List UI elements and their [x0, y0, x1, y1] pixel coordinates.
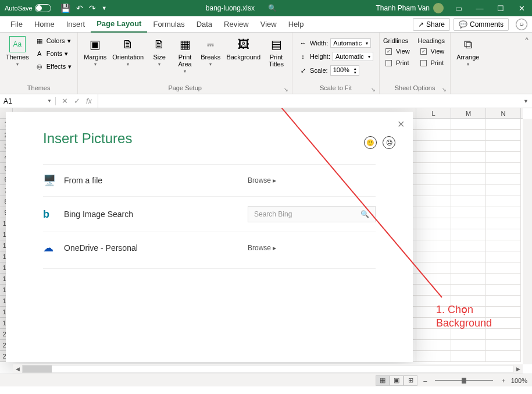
column-header-m[interactable]: M [451, 108, 486, 118]
gridlines-header: Gridlines [383, 37, 412, 44]
scale-launcher[interactable]: ↘ [371, 87, 376, 93]
collapse-ribbon-icon[interactable]: ^ [522, 33, 532, 94]
fonts-icon: A [35, 49, 44, 58]
comments-button[interactable]: 💬 Comments [454, 18, 509, 31]
tab-file[interactable]: File [5, 16, 28, 33]
from-file-row[interactable]: 🖥️ From a file Browse ▸ [43, 164, 376, 196]
scroll-left-icon[interactable]: ◀ [13, 366, 22, 372]
page-setup-group-label: Page Setup↘ [81, 83, 288, 94]
sad-face-icon[interactable]: ☹ [383, 136, 395, 149]
zoom-in-icon[interactable]: + [501, 377, 505, 384]
headings-view-checkbox[interactable]: View [418, 47, 447, 56]
autosave-toggle[interactable]: AutoSave [0, 4, 56, 12]
share-button[interactable]: ↗ Share [413, 18, 450, 31]
background-icon: 🖼 [235, 36, 252, 52]
themes-button[interactable]: Aa Themes ▾ [3, 35, 31, 68]
tab-home[interactable]: Home [28, 16, 60, 33]
scale-icon: ⤢ [298, 66, 308, 75]
sheet-options-label: Sheet Options↘ [383, 83, 447, 94]
zoom-out-icon[interactable]: – [423, 377, 427, 384]
search-icon[interactable]: 🔍 [268, 4, 277, 12]
cancel-formula-icon[interactable]: ✕ [62, 97, 68, 105]
minimize-icon[interactable]: — [469, 0, 490, 16]
save-icon[interactable]: 💾 [60, 3, 70, 13]
normal-view-icon[interactable]: ▦ [376, 375, 390, 386]
scale-spinner[interactable]: 100%▴▾ [330, 65, 359, 76]
checkbox-checked-icon [385, 48, 392, 55]
onedrive-row[interactable]: ☁ OneDrive - Personal Browse ▸ [43, 232, 376, 264]
expand-formula-icon[interactable]: ▼ [520, 98, 532, 104]
bing-row[interactable]: b Bing Image Search Search Bing 🔍 [43, 196, 376, 232]
size-button[interactable]: 🗎Size▾ [147, 35, 172, 68]
horizontal-scrollbar[interactable]: ◀ ▶ [13, 364, 523, 374]
from-file-label: From a file [64, 176, 248, 185]
undo-icon[interactable]: ↶ [76, 3, 83, 13]
enter-formula-icon[interactable]: ✓ [74, 97, 80, 105]
zoom-level[interactable]: 100% [511, 377, 527, 384]
browse-link[interactable]: Browse ▸ [248, 176, 376, 184]
redo-icon[interactable]: ↷ [89, 3, 96, 13]
breaks-button[interactable]: ⎓Breaks▾ [198, 35, 223, 68]
scale-to-fit-group: ↔Width:Automatic▾ ↕Height:Automatic▾ ⤢Sc… [292, 33, 380, 94]
formula-bar: A1▼ ✕ ✓ fx ▼ [0, 94, 532, 108]
orientation-button[interactable]: 🗎Orientation▾ [110, 35, 146, 68]
gridlines-view-checkbox[interactable]: View [383, 47, 412, 56]
worksheet: L M N 1234567891011121314151617181920212… [0, 108, 532, 374]
height-combo[interactable]: Automatic▾ [333, 52, 373, 61]
comments-icon: 💬 [459, 20, 467, 29]
colors-icon: ▦ [35, 36, 44, 45]
sheet-options-launcher[interactable]: ↘ [442, 87, 447, 93]
page-layout-view-icon[interactable]: ▣ [390, 375, 404, 386]
print-titles-icon: ▤ [268, 36, 284, 52]
bing-icon: b [43, 208, 64, 221]
margins-button[interactable]: ▣Margins▾ [81, 35, 109, 68]
onedrive-browse-link[interactable]: Browse ▸ [248, 244, 376, 252]
sheet-options-group: Gridlines View Print Headings View Print… [380, 33, 451, 94]
page-break-view-icon[interactable]: ⊞ [404, 375, 417, 386]
width-combo[interactable]: Automatic▾ [330, 38, 371, 48]
scroll-right-icon[interactable]: ▶ [513, 366, 523, 372]
tab-page-layout[interactable]: Page Layout [91, 16, 147, 33]
tab-help[interactable]: Help [283, 16, 310, 33]
happy-face-icon[interactable]: 🙂 [364, 136, 377, 149]
tab-view[interactable]: View [255, 16, 283, 33]
background-button[interactable]: 🖼Background [224, 35, 263, 62]
toggle-icon [35, 4, 51, 12]
name-box[interactable]: A1▼ [0, 97, 56, 105]
colors-button[interactable]: ▦Colors ▾ [33, 35, 74, 47]
arrange-group-label [454, 90, 481, 94]
vertical-scrollbar[interactable] [523, 119, 532, 364]
ribbon: Aa Themes ▾ ▦Colors ▾ AFonts ▾ ◎Effects … [0, 33, 532, 94]
print-titles-button[interactable]: ▤Print Titles [264, 35, 288, 69]
print-area-icon: ▦ [177, 36, 193, 52]
user-account[interactable]: Thanh Pham Van [371, 3, 448, 13]
fonts-button[interactable]: AFonts ▾ [33, 48, 74, 59]
tab-insert[interactable]: Insert [60, 16, 91, 33]
ribbon-options-icon[interactable]: ▭ [448, 0, 469, 16]
chevron-down-icon: ▾ [16, 62, 19, 67]
headings-header: Headings [418, 37, 447, 44]
tab-data[interactable]: Data [191, 16, 218, 33]
bing-search-input[interactable]: Search Bing 🔍 [248, 206, 376, 222]
qat-dropdown-icon[interactable]: ▼ [102, 5, 107, 11]
fx-icon[interactable]: fx [86, 97, 92, 105]
feedback-icon[interactable]: ☺ [516, 19, 527, 30]
page-setup-launcher[interactable]: ↘ [284, 87, 288, 93]
gridlines-print-checkbox[interactable]: Print [383, 58, 412, 68]
column-header-l[interactable]: L [416, 108, 451, 118]
close-icon[interactable]: ✕ [511, 0, 532, 16]
user-name: Thanh Pham Van [376, 4, 430, 12]
column-header-n[interactable]: N [486, 108, 521, 118]
insert-pictures-dialog: ✕ 🙂 ☹ Insert Pictures 🖥️ From a file Bro… [6, 112, 413, 362]
dialog-close-icon[interactable]: ✕ [397, 119, 405, 130]
headings-print-checkbox[interactable]: Print [418, 58, 447, 68]
print-area-button[interactable]: ▦Print Area▾ [173, 35, 197, 75]
maximize-icon[interactable]: ☐ [490, 0, 511, 16]
ribbon-tabs: File Home Insert Page Layout Formulas Da… [0, 16, 532, 33]
tab-formulas[interactable]: Formulas [147, 16, 190, 33]
arrange-button[interactable]: ⧉Arrange▾ [454, 35, 481, 68]
effects-button[interactable]: ◎Effects ▾ [33, 61, 74, 72]
zoom-slider[interactable] [435, 380, 493, 381]
tab-review[interactable]: Review [218, 16, 255, 33]
breaks-icon: ⎓ [202, 36, 219, 52]
